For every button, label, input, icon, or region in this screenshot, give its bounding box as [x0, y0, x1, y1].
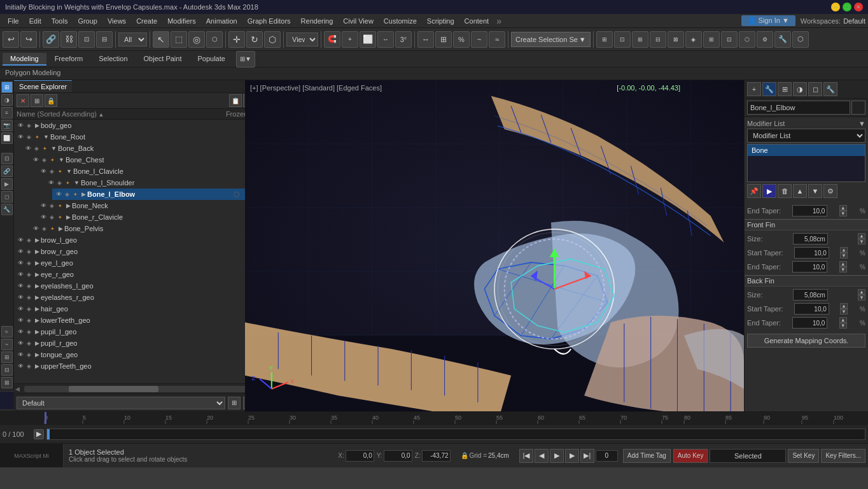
- undo-button[interactable]: ↩: [3, 31, 19, 48]
- back-fin-start-input[interactable]: [794, 303, 829, 315]
- name-column-header[interactable]: Name (Sorted Ascending): [17, 110, 218, 118]
- visibility-icon[interactable]: 👁: [55, 190, 62, 198]
- render-icon[interactable]: ◈: [40, 156, 48, 164]
- render-icon[interactable]: ◈: [25, 236, 32, 244]
- list-item[interactable]: 👁◈ ▶ brow_l_geo: [14, 234, 258, 246]
- scene-scroll-track[interactable]: [24, 386, 248, 392]
- unlink-button[interactable]: ⛓: [60, 31, 77, 48]
- menu-customize[interactable]: Customize: [379, 16, 422, 26]
- toolbar-extra-6[interactable]: ◈: [685, 31, 702, 48]
- modifier-icon[interactable]: ⊡: [1, 153, 13, 164]
- toolbar-extra-2[interactable]: ⊡: [614, 31, 631, 48]
- visibility-icon[interactable]: 👁: [17, 271, 24, 278]
- motion-panel-icon[interactable]: ◑: [793, 82, 807, 96]
- graph-button[interactable]: ≈: [489, 31, 505, 48]
- toolbar-extra-9[interactable]: ⬡: [739, 31, 755, 48]
- scene-layer-dropdown[interactable]: Default: [17, 397, 225, 409]
- menu-animation[interactable]: Animation: [201, 16, 242, 26]
- front-fin-size-input[interactable]: [793, 233, 828, 244]
- back-fin-size-down[interactable]: ▼: [858, 295, 865, 301]
- render-icon[interactable]: ◈: [25, 259, 32, 267]
- render-icon[interactable]: ◈: [25, 133, 32, 141]
- modifier-active-button[interactable]: ▶: [762, 184, 776, 198]
- render-icon[interactable]: ◈: [25, 339, 32, 347]
- z-coord-input[interactable]: [422, 450, 451, 462]
- maximize-button[interactable]: □: [843, 3, 851, 11]
- list-item[interactable]: 👁◈ ▶ upperTeeth_geo: [14, 360, 258, 372]
- bone-name-input[interactable]: [747, 101, 850, 115]
- menu-edit[interactable]: Edit: [24, 16, 46, 26]
- y-coord-input[interactable]: [384, 450, 412, 462]
- scene-explorer-icon[interactable]: ⊞: [1, 82, 13, 93]
- list-item[interactable]: 👁◈ ▶ lowerTeeth_geo: [14, 315, 258, 326]
- list-item[interactable]: 👁 ◈ ✦ ▼ Bone_l_Shoulder: [45, 177, 258, 188]
- render-icon[interactable]: ◈: [63, 190, 71, 198]
- render-icon[interactable]: ⬜: [1, 132, 13, 144]
- tab-object-paint[interactable]: Object Paint: [136, 53, 190, 66]
- toolbar-extra-11[interactable]: 🔧: [774, 31, 791, 48]
- tab-populate[interactable]: Populate: [190, 53, 232, 66]
- visibility-icon[interactable]: 👁: [17, 316, 24, 324]
- visibility-icon[interactable]: 👁: [39, 167, 47, 175]
- visibility-icon[interactable]: 👁: [32, 156, 39, 164]
- render-icon[interactable]: ◈: [55, 179, 63, 187]
- bind-button[interactable]: ⊡: [78, 31, 95, 48]
- link-button[interactable]: 🔗: [43, 31, 59, 48]
- extra-icon-1[interactable]: ≈: [1, 326, 13, 337]
- visibility-icon[interactable]: 👁: [17, 248, 24, 255]
- move-up-button[interactable]: ▲: [793, 184, 807, 198]
- menu-modifiers[interactable]: Modifiers: [162, 16, 201, 26]
- scene-scrollbar[interactable]: ◀ ▶: [14, 383, 258, 393]
- render-icon[interactable]: ◈: [25, 362, 32, 370]
- visibility-icon[interactable]: 👁: [24, 145, 32, 152]
- modifier-dropdown-arrow[interactable]: ▼: [858, 120, 865, 127]
- menu-content[interactable]: Content: [459, 16, 494, 26]
- visibility-icon[interactable]: 👁: [17, 328, 24, 336]
- front-fin-end-up[interactable]: ▲: [839, 261, 847, 267]
- toolbar-extra-7[interactable]: ⊞: [703, 31, 720, 48]
- maxscript-mini-listener[interactable]: MAXScript Mi: [0, 444, 64, 467]
- move-button[interactable]: ✛: [228, 31, 245, 48]
- visibility-icon[interactable]: 👁: [17, 339, 24, 347]
- visibility-icon[interactable]: 👁: [17, 236, 24, 244]
- snap-toggle[interactable]: 🧲: [324, 31, 340, 48]
- select-region-button[interactable]: ⬚: [171, 31, 187, 48]
- render-icon[interactable]: ◈: [25, 282, 32, 290]
- menu-scripting[interactable]: Scripting: [422, 16, 459, 26]
- layer-button[interactable]: %: [453, 31, 470, 48]
- tab-modeling[interactable]: Modeling: [3, 53, 46, 66]
- menu-tools[interactable]: Tools: [46, 16, 73, 26]
- render-icon[interactable]: ◈: [25, 248, 32, 255]
- visibility-icon[interactable]: 👁: [17, 362, 24, 370]
- visibility-icon[interactable]: 👁: [32, 225, 39, 232]
- render-icon[interactable]: ◈: [48, 202, 55, 209]
- extra-icon-5[interactable]: ⊠: [1, 377, 13, 388]
- list-item[interactable]: 👁 ◈ ✦ ▼ Bone_Root: [14, 131, 258, 143]
- list-item[interactable]: 👁 ◈ ✦ ▶ Bone_Pelvis: [29, 223, 258, 234]
- render-icon[interactable]: ◈: [25, 305, 32, 313]
- visibility-icon[interactable]: 👁: [17, 122, 24, 129]
- tab-extra[interactable]: ⊞▼: [236, 51, 255, 67]
- visibility-icon[interactable]: 👁: [39, 202, 47, 209]
- timeline-playhead[interactable]: [47, 429, 50, 439]
- filter-button[interactable]: ⊞: [31, 94, 43, 107]
- visibility-icon[interactable]: 👁: [17, 305, 24, 313]
- list-item[interactable]: 👁◈ ▶ eye_l_geo: [14, 257, 258, 269]
- frame-forward-button[interactable]: ▶: [34, 429, 44, 439]
- end-taper-input[interactable]: [792, 205, 827, 216]
- visibility-icon[interactable]: 👁: [17, 351, 24, 358]
- render-icon[interactable]: ◈: [25, 122, 32, 129]
- menu-graph-editors[interactable]: Graph Editors: [242, 16, 296, 26]
- menu-create[interactable]: Create: [131, 16, 162, 26]
- percent-snap[interactable]: ⬜: [360, 31, 376, 48]
- copy-button[interactable]: 📋: [229, 94, 242, 107]
- camera-icon[interactable]: 📷: [1, 120, 13, 131]
- front-fin-start-down[interactable]: ▼: [840, 253, 848, 259]
- back-fin-end-up[interactable]: ▲: [839, 317, 847, 323]
- front-fin-start-up[interactable]: ▲: [840, 247, 848, 253]
- viewport-scene[interactable]: X Y Z: [245, 80, 744, 411]
- toolbar-extra-5[interactable]: ⊠: [668, 31, 684, 48]
- back-fin-start-down[interactable]: ▼: [840, 309, 848, 315]
- list-item[interactable]: 👁 ◈ ✦ ▼ Bone_l_Clavicle: [37, 166, 258, 177]
- list-item[interactable]: 👁◈ ▶ eyelashes_r_geo: [14, 292, 258, 303]
